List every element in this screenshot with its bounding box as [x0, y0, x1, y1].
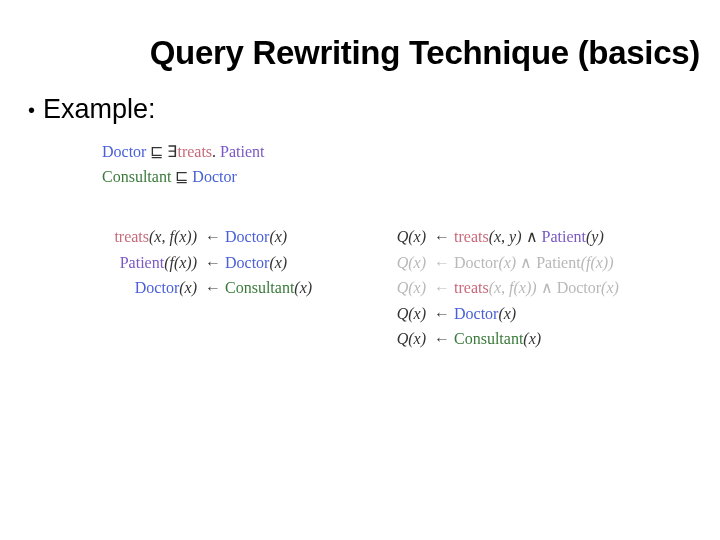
args-text: (y) — [586, 228, 604, 245]
rule-row: treats(x, f(x)) ← Doctor(x) — [62, 224, 312, 250]
bullet-icon: • — [28, 100, 35, 120]
larrow-icon: ← — [201, 224, 225, 250]
rule-row: Q(x) ← Consultant(x) — [388, 326, 619, 352]
concept-patient: Patient — [220, 143, 264, 160]
and-icon: ∧ — [520, 254, 532, 271]
rule-row: Q(x) ← Doctor(x) — [388, 301, 619, 327]
rule-row-faded: Q(x) ← treats(x, f(x)) ∧ Doctor(x) — [388, 275, 619, 301]
query-head: Q(x) — [388, 250, 430, 276]
role-treats: treats — [177, 143, 212, 160]
args-text: (x) — [523, 330, 541, 347]
args-text: (x, y) — [489, 228, 522, 245]
concept-patient: Patient — [542, 228, 586, 245]
concept-doctor: Doctor — [225, 228, 269, 245]
concept-doctor: Doctor — [135, 279, 179, 296]
bullet-text: Example: — [43, 94, 156, 125]
larrow-icon: ← — [201, 250, 225, 276]
sqsubseteq-icon: ⊑ — [175, 168, 188, 185]
rule-row: Patient(f(x)) ← Doctor(x) — [62, 250, 312, 276]
query-head: Q(x) — [388, 224, 430, 250]
larrow-icon: ← — [430, 275, 454, 301]
args-text: (x) — [294, 279, 312, 296]
role-treats: treats — [454, 279, 489, 296]
args-text: (x) — [498, 305, 516, 322]
example-bullet: • Example: — [28, 94, 156, 125]
larrow-icon: ← — [430, 250, 454, 276]
concept-patient: Patient — [536, 254, 580, 271]
rule-row: Q(x) ← treats(x, y) ∧ Patient(y) — [388, 224, 619, 250]
role-treats: treats — [454, 228, 489, 245]
rule-row: Doctor(x) ← Consultant(x) — [62, 275, 312, 301]
concept-doctor: Doctor — [557, 279, 601, 296]
args-text: (x, f(x)) — [489, 279, 537, 296]
concept-doctor: Doctor — [454, 305, 498, 322]
concept-consultant: Consultant — [225, 279, 294, 296]
axiom-block: Doctor ⊑ ∃treats. Patient Consultant ⊑ D… — [102, 140, 265, 190]
larrow-icon: ← — [430, 224, 454, 250]
query-head: Q(x) — [388, 326, 430, 352]
query-head: Q(x) — [388, 275, 430, 301]
axiom-row: Doctor ⊑ ∃treats. Patient — [102, 140, 265, 165]
exists-icon: ∃ — [167, 143, 177, 160]
args-text: (x) — [269, 254, 287, 271]
role-treats: treats — [114, 228, 149, 245]
concept-doctor: Doctor — [192, 168, 236, 185]
concept-doctor: Doctor — [454, 254, 498, 271]
and-icon: ∧ — [541, 279, 553, 296]
concept-doctor: Doctor — [225, 254, 269, 271]
rule-row-faded: Q(x) ← Doctor(x) ∧ Patient(f(x)) — [388, 250, 619, 276]
axiom-row: Consultant ⊑ Doctor — [102, 165, 265, 190]
concept-consultant: Consultant — [102, 168, 171, 185]
args-text: (x, f(x)) — [149, 228, 197, 245]
larrow-icon: ← — [201, 275, 225, 301]
sqsubseteq-icon: ⊑ — [150, 143, 163, 160]
slide: Query Rewriting Technique (basics) • Exa… — [0, 0, 720, 540]
concept-doctor: Doctor — [102, 143, 146, 160]
larrow-icon: ← — [430, 301, 454, 327]
slide-title: Query Rewriting Technique (basics) — [90, 34, 700, 72]
right-rules-block: Q(x) ← treats(x, y) ∧ Patient(y) Q(x) ← … — [388, 224, 619, 352]
larrow-icon: ← — [430, 326, 454, 352]
args-text: (x) — [179, 279, 197, 296]
query-head: Q(x) — [388, 301, 430, 327]
args-text: (x) — [498, 254, 516, 271]
and-icon: ∧ — [526, 228, 538, 245]
left-rules-block: treats(x, f(x)) ← Doctor(x) Patient(f(x)… — [62, 224, 312, 301]
concept-patient: Patient — [120, 254, 164, 271]
dot-icon: . — [212, 143, 216, 160]
args-text: (x) — [269, 228, 287, 245]
args-text: (f(x)) — [581, 254, 614, 271]
args-text: (f(x)) — [164, 254, 197, 271]
args-text: (x) — [601, 279, 619, 296]
concept-consultant: Consultant — [454, 330, 523, 347]
